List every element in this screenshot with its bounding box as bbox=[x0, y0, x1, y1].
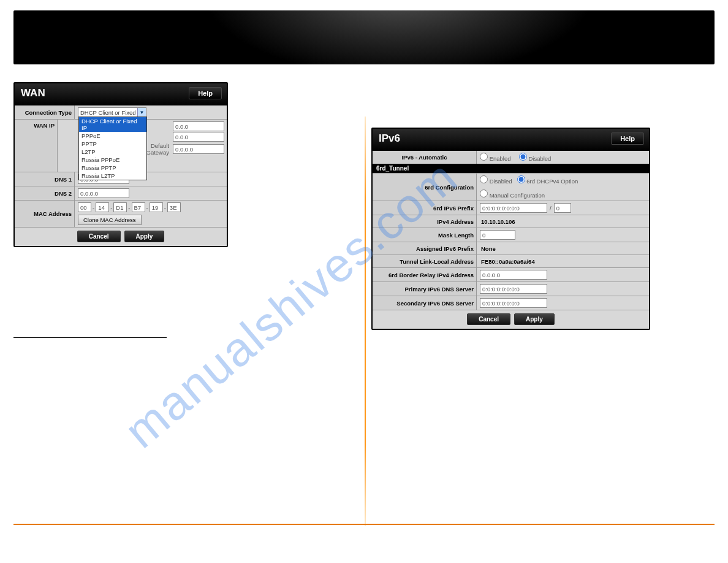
radio-label: 6rd DHCPv4 Option bbox=[526, 178, 578, 185]
clone-mac-button[interactable]: Clone MAC Address bbox=[78, 215, 142, 225]
cfg-dhcp-option[interactable]: 6rd DHCPv4 Option bbox=[517, 175, 578, 185]
cancel-button[interactable]: Cancel bbox=[77, 231, 121, 242]
mask-cell bbox=[477, 228, 649, 242]
prefix-length-input[interactable] bbox=[554, 203, 571, 213]
pdns-row: Primary IPv6 DNS Server bbox=[373, 282, 649, 296]
mac-octet-input[interactable] bbox=[96, 202, 109, 212]
dropdown-option[interactable]: L2TP bbox=[79, 148, 146, 156]
prefix-row: 6rd IPv6 Prefix / bbox=[373, 201, 649, 215]
ipv6-heading-underline bbox=[13, 337, 167, 338]
dropdown-option[interactable]: PPPoE bbox=[79, 132, 146, 140]
sdns-row: Secondary IPv6 DNS Server bbox=[373, 296, 649, 310]
wan-panel: WAN Help Connection Type DHCP Client or … bbox=[13, 82, 228, 247]
help-button[interactable]: Help bbox=[189, 87, 222, 99]
ipv6-panel: IPv6 Help IPv6 - Automatic Enabled Disab… bbox=[371, 128, 650, 330]
ipv6-panel-header: IPv6 Help bbox=[373, 129, 649, 151]
mask-row: Mask Length bbox=[373, 228, 649, 242]
chevron-down-icon: ▼ bbox=[137, 108, 146, 117]
sdns-cell bbox=[477, 296, 649, 310]
cancel-button[interactable]: Cancel bbox=[467, 313, 510, 325]
apply-button[interactable]: Apply bbox=[124, 231, 165, 242]
ipv6-auto-cell: Enabled Disabled bbox=[477, 151, 649, 164]
ipv4-row: IPv4 Address 10.10.10.106 bbox=[373, 215, 649, 228]
ipv6-auto-label: IPv6 - Automatic bbox=[373, 151, 477, 164]
assigned-label: Assigned IPv6 Prefix bbox=[373, 242, 477, 255]
relay-label: 6rd Border Relay IPv4 Address bbox=[373, 268, 477, 282]
pdns-cell bbox=[477, 282, 649, 296]
connection-type-dropdown[interactable]: DHCP Client or Fixed IP ▼ DHCP Client or… bbox=[78, 107, 146, 117]
sdns-label: Secondary IPv6 DNS Server bbox=[373, 296, 477, 310]
radio-label: Disabled bbox=[528, 155, 551, 162]
wan-ip-input[interactable] bbox=[173, 121, 224, 131]
dropdown-option[interactable]: PPTP bbox=[79, 140, 146, 148]
wan-ip-input[interactable] bbox=[173, 132, 224, 142]
prefix-input[interactable] bbox=[480, 203, 547, 213]
connection-type-label: Connection Type bbox=[15, 105, 75, 119]
ipv6-button-row: Cancel Apply bbox=[373, 310, 649, 329]
ipv6-auto-row: IPv6 - Automatic Enabled Disabled bbox=[373, 151, 649, 164]
mac-cell: - - - - - Clone MAC Address bbox=[75, 201, 227, 227]
wan-button-row: Cancel Apply bbox=[15, 227, 227, 246]
default-gateway-input[interactable] bbox=[173, 144, 224, 154]
ipv6-panel-body: IPv6 - Automatic Enabled Disabled 6rd_Tu… bbox=[373, 151, 649, 329]
cfg-row: 6rd Configuration Disabled 6rd DHCPv4 Op… bbox=[373, 173, 649, 201]
assigned-cell: None bbox=[477, 242, 649, 255]
wan-panel-body: Connection Type DHCP Client or Fixed IP … bbox=[15, 105, 227, 246]
mask-label: Mask Length bbox=[373, 228, 477, 242]
assigned-value: None bbox=[480, 245, 496, 252]
slash-separator: / bbox=[550, 205, 552, 212]
connection-type-cell: DHCP Client or Fixed IP ▼ DHCP Client or… bbox=[75, 105, 227, 119]
mac-octet-input[interactable] bbox=[78, 202, 91, 212]
sdns-input[interactable] bbox=[480, 298, 547, 308]
ipv6-auto-enabled-option[interactable]: Enabled bbox=[480, 153, 511, 162]
prefix-cell: / bbox=[477, 201, 649, 215]
left-column: WAN Help Connection Type DHCP Client or … bbox=[13, 80, 357, 538]
help-button[interactable]: Help bbox=[611, 132, 644, 145]
mac-octet-input[interactable] bbox=[132, 202, 145, 212]
mac-label: MAC Address bbox=[15, 201, 75, 227]
assigned-row: Assigned IPv6 Prefix None bbox=[373, 242, 649, 255]
dropdown-option[interactable]: Russia PPPoE bbox=[79, 156, 146, 164]
radio-label: Disabled bbox=[490, 178, 512, 185]
connection-type-selected: DHCP Client or Fixed IP bbox=[80, 109, 143, 116]
dropdown-option[interactable]: DHCP Client or Fixed IP bbox=[79, 117, 146, 132]
relay-row: 6rd Border Relay IPv4 Address bbox=[373, 267, 649, 282]
radio-label: Manual Configuration bbox=[490, 192, 545, 199]
tll-label: Tunnel Link-Local Address bbox=[373, 255, 477, 267]
mac-octet-input[interactable] bbox=[113, 202, 127, 212]
wan-panel-title: WAN bbox=[21, 87, 45, 99]
page-header-banner bbox=[13, 10, 715, 64]
dns2-cell bbox=[75, 186, 227, 200]
relay-input[interactable] bbox=[480, 270, 547, 280]
page-content: WAN Help Connection Type DHCP Client or … bbox=[13, 80, 715, 538]
dropdown-option[interactable]: Russia PPTP bbox=[79, 164, 146, 172]
ipv6-auto-disabled-option[interactable]: Disabled bbox=[519, 153, 552, 162]
dropdown-option[interactable]: Russia L2TP bbox=[79, 172, 146, 180]
dns2-label: DNS 2 bbox=[15, 186, 75, 200]
column-divider bbox=[365, 117, 366, 526]
tll-value: FE80::0a0a:0a6a/64 bbox=[480, 258, 535, 265]
ipv4-value: 10.10.10.106 bbox=[480, 218, 515, 225]
cfg-label: 6rd Configuration bbox=[373, 174, 477, 201]
ipv4-cell: 10.10.10.106 bbox=[477, 215, 649, 228]
ipv6-section-6rd: 6rd_Tunnel bbox=[373, 164, 649, 173]
cfg-cell: Disabled 6rd DHCPv4 Option Manual Config… bbox=[477, 174, 649, 201]
connection-type-options: DHCP Client or Fixed IP PPPoE PPTP L2TP … bbox=[78, 117, 147, 180]
ipv6-panel-title: IPv6 bbox=[379, 132, 400, 145]
cfg-disabled-option[interactable]: Disabled bbox=[480, 175, 512, 185]
radio-label: Enabled bbox=[490, 155, 511, 162]
cfg-manual-option[interactable]: Manual Configuration bbox=[480, 190, 545, 199]
pdns-label: Primary IPv6 DNS Server bbox=[373, 282, 477, 296]
ipv4-label: IPv4 Address bbox=[373, 215, 477, 228]
dns2-input[interactable] bbox=[78, 188, 129, 198]
prefix-label: 6rd IPv6 Prefix bbox=[373, 201, 477, 215]
pdns-input[interactable] bbox=[480, 284, 547, 294]
mac-octet-input[interactable] bbox=[150, 202, 163, 212]
right-column: IPv6 Help IPv6 - Automatic Enabled Disab… bbox=[371, 80, 715, 538]
wan-ip-label: WAN IP bbox=[15, 120, 58, 172]
tll-cell: FE80::0a0a:0a6a/64 bbox=[477, 255, 649, 267]
apply-button[interactable]: Apply bbox=[514, 313, 555, 325]
relay-cell bbox=[477, 268, 649, 282]
mask-input[interactable] bbox=[480, 230, 515, 240]
mac-octet-input[interactable] bbox=[167, 202, 181, 212]
